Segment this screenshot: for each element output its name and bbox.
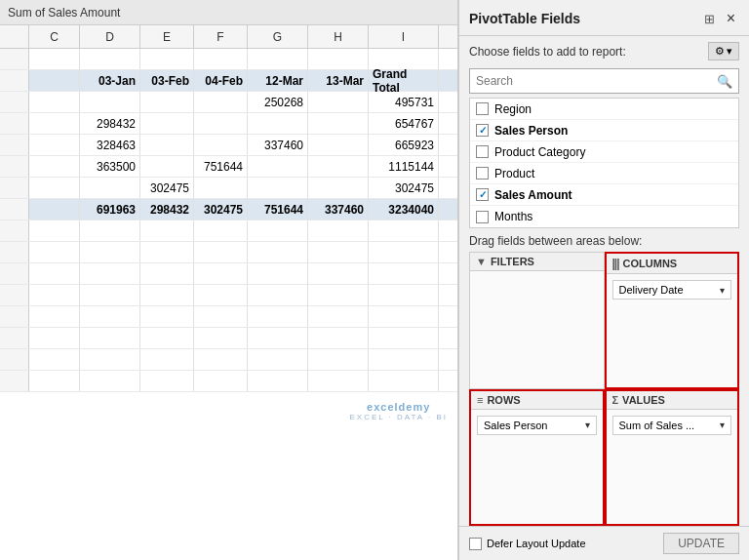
table-row: exceldemy EXCEL · DATA · BI [0,392,457,427]
row-num-header [0,25,29,48]
columns-chip[interactable]: Delivery Date ▾ [612,280,732,300]
field-checkbox-product[interactable] [476,167,489,180]
area-filters: ▼ FILTERS [469,252,605,389]
update-button[interactable]: UPDATE [663,533,739,554]
close-button[interactable]: × [723,8,739,29]
areas-grid: ▼ FILTERS ||| COLUMNS Delivery Date ▾ ≡ [469,252,739,526]
watermark-logo: exceldemy [349,401,448,413]
field-item-months: Months [470,206,738,227]
field-checkbox-sales-person[interactable] [476,124,489,137]
search-icon: 🔍 [711,74,738,89]
drag-section-label: Drag fields between areas below: [459,228,749,252]
chip-dropdown-icon: ▾ [720,285,725,296]
search-input-wrap: 🔍 [469,68,739,94]
col-header-f: F [194,25,248,48]
col-header-i: I [369,25,439,48]
field-checkbox-region[interactable] [476,102,489,115]
field-label-months: Months [494,210,532,223]
field-label-sales-amount: Sales Amount [494,188,572,202]
rows-chip[interactable]: Sales Person ▾ [477,416,597,435]
chip-dropdown-icon: ▾ [720,420,725,430]
field-checkbox-sales-amount[interactable] [476,188,489,201]
table-row [0,263,457,285]
area-filters-header: ▼ FILTERS [470,253,604,271]
pivot-title: PivotTable Fields [469,11,580,26]
search-row: 🔍 [459,64,749,98]
pivot-header: PivotTable Fields ⊞ × [459,0,749,36]
table-row [0,285,457,306]
field-label-sales-person: Sales Person [494,124,568,138]
defer-layout-wrap: Defer Layout Update [469,538,586,550]
col-header-d: D [80,25,140,48]
area-columns: ||| COLUMNS Delivery Date ▾ [605,252,740,389]
table-row: 302475 302475 [0,178,457,199]
fields-list: Region Sales Person Product Category Pro… [469,98,739,228]
watermark-tagline: EXCEL · DATA · BI [349,413,448,421]
area-columns-header: ||| COLUMNS [607,254,738,274]
area-values-content: Sum of Sales ... ▾ [607,410,738,525]
area-values: Σ VALUES Sum of Sales ... ▾ [605,389,740,527]
gear-icon: ⚙ [715,45,725,58]
table-header-row: 03-Jan 03-Feb 04-Feb 12-Mar 13-Mar Grand… [0,70,457,92]
values-chip[interactable]: Sum of Sales ... ▾ [612,416,732,435]
area-rows-header: ≡ ROWS [471,391,603,410]
sheet-title: Sum of Sales Amount [0,0,457,25]
pin-button[interactable]: ⊞ [700,10,719,28]
table-row [0,306,457,328]
col-headers: C D E F G H I [0,25,457,49]
total-row: 691963 298432 302475 751644 337460 32340… [0,199,457,220]
area-columns-content: Delivery Date ▾ [607,274,738,387]
table-row: 298432 654767 [0,113,457,135]
field-item-product: Product [470,163,738,184]
table-row [0,242,457,263]
area-values-header: Σ VALUES [607,391,738,410]
col-header-c: C [29,25,80,48]
field-label-product: Product [494,167,534,180]
chip-dropdown-icon: ▾ [585,420,590,430]
spreadsheet-area: Sum of Sales Amount C D E F G H I 03-Jan… [0,0,458,560]
defer-checkbox[interactable] [469,538,482,550]
gear-dropdown-icon: ▾ [727,45,732,58]
rows-icon: ≡ [477,394,483,406]
pivot-bottom: Defer Layout Update UPDATE [459,526,749,560]
table-row [0,349,457,371]
filter-icon: ▼ [476,256,487,267]
field-label-region: Region [494,102,532,116]
area-rows-content: Sales Person ▾ [471,410,603,525]
values-icon: Σ [612,394,619,406]
col-header-h: H [308,25,369,48]
field-item-sales-amount: Sales Amount [470,184,738,206]
pivot-header-controls: ⊞ × [700,8,739,29]
table-row [0,220,457,242]
col-header-e: E [140,25,194,48]
table-row [0,328,457,349]
columns-icon: ||| [612,257,619,270]
field-item-product-category: Product Category [470,141,738,163]
field-checkbox-months[interactable] [476,211,489,223]
field-item-region: Region [470,99,738,120]
gear-button[interactable]: ⚙ ▾ [708,42,739,60]
grid-body: 03-Jan 03-Feb 04-Feb 12-Mar 13-Mar Grand… [0,49,457,560]
col-header-g: G [248,25,308,48]
choose-fields-row: Choose fields to add to report: ⚙ ▾ [459,36,749,64]
table-row: 328463 337460 665923 [0,135,457,156]
area-filters-content [470,271,604,388]
table-row [0,371,457,392]
area-rows: ≡ ROWS Sales Person ▾ [469,389,605,527]
field-checkbox-product-category[interactable] [476,145,489,158]
field-item-sales-person: Sales Person [470,120,738,141]
pivot-panel: PivotTable Fields ⊞ × Choose fields to a… [458,0,749,560]
table-row: 250268 495731 [0,92,457,113]
table-row: 363500 751644 1115144 [0,156,457,178]
search-input[interactable] [470,74,711,88]
field-label-product-category: Product Category [494,145,585,159]
